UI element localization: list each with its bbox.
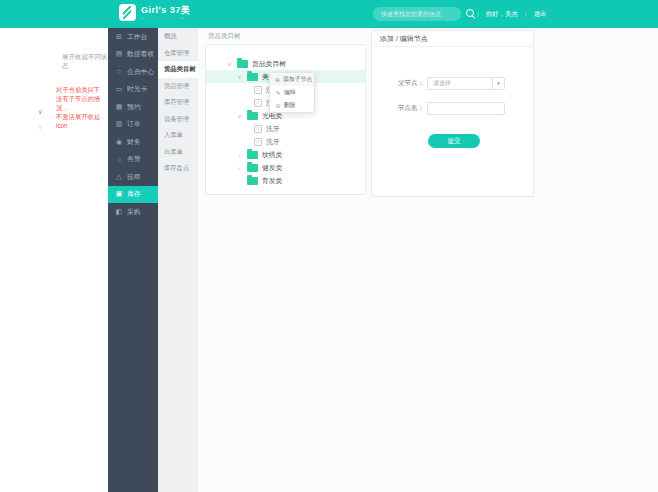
chevron-right-icon[interactable]: › bbox=[236, 165, 243, 171]
sidebar-item-label: 库存 bbox=[127, 189, 141, 199]
submenu-item-warehouse[interactable]: 仓库管理 bbox=[158, 45, 198, 62]
technician-icon: △ bbox=[115, 173, 123, 181]
warning-line: 不激活展开收起icon bbox=[56, 112, 108, 130]
chevron-down-icon[interactable]: ∨ bbox=[236, 74, 243, 80]
sidebar-item-inventory[interactable]: ▣ 库存 bbox=[108, 186, 158, 204]
submenu-item-stock[interactable]: 库存管理 bbox=[158, 94, 198, 111]
submenu-item-stocktake[interactable]: 库存盘点 bbox=[158, 160, 198, 177]
folder-icon bbox=[247, 112, 258, 120]
warning-line: 没有子节点的情况， bbox=[56, 94, 108, 112]
sidebar-item-orders[interactable]: ▥ 订单 bbox=[108, 116, 158, 134]
dashboard-icon: ▤ bbox=[115, 50, 123, 58]
card-icon: ▭ bbox=[115, 85, 123, 93]
tree-node-root[interactable]: ∨ 货品类目树 bbox=[206, 57, 365, 70]
sidebar-item-purchase[interactable]: ◧ 采购 bbox=[108, 203, 158, 221]
sidebar-item-members[interactable]: ☆ 会员中心 bbox=[108, 63, 158, 81]
node-name-row: 节点名： bbox=[372, 102, 505, 115]
member-icon: ☆ bbox=[115, 68, 123, 76]
panel-title: 添加 / 编辑节点 bbox=[372, 31, 533, 47]
delete-icon: ⊖ bbox=[275, 102, 281, 109]
sidebar-item-timecard[interactable]: ▭ 时光卡 bbox=[108, 81, 158, 99]
submit-button[interactable]: 提交 bbox=[428, 134, 480, 148]
context-menu-label: 删除 bbox=[284, 101, 296, 110]
folder-icon bbox=[247, 73, 258, 81]
workbench-icon: ⊞ bbox=[115, 33, 123, 41]
logo-icon bbox=[119, 4, 136, 21]
folder-icon bbox=[237, 60, 248, 68]
search-input[interactable] bbox=[373, 7, 461, 21]
submenu-item-equipment[interactable]: 设备管理 bbox=[158, 111, 198, 128]
tree-node-label: 货品类目树 bbox=[252, 59, 286, 69]
tree-node-label: 育发类 bbox=[262, 176, 282, 186]
tree-leaf[interactable]: 洗牙 bbox=[206, 135, 365, 148]
sidebar-item-booking[interactable]: ▦ 预约 bbox=[108, 98, 158, 116]
tree-node-label: 纹绣类 bbox=[262, 150, 282, 160]
context-menu-delete[interactable]: ⊖ 删除 bbox=[270, 99, 314, 112]
chevron-down-icon[interactable]: ∨ bbox=[236, 113, 243, 119]
node-name-label: 节点名： bbox=[372, 104, 424, 113]
add-icon: ⊕ bbox=[275, 76, 280, 83]
context-menu-add-child[interactable]: ⊕ 添加子节点 bbox=[270, 73, 314, 86]
sidebar-item-label: 技师 bbox=[127, 172, 141, 182]
sidebar-item-label: 数据看板 bbox=[127, 49, 154, 59]
edit-icon: ✎ bbox=[275, 89, 281, 96]
sidebar-item-youzan[interactable]: ○ 有赞 bbox=[108, 151, 158, 169]
folder-icon bbox=[247, 151, 258, 159]
logout-link[interactable]: 退出 bbox=[534, 10, 547, 19]
sidebar-item-label: 订单 bbox=[127, 119, 141, 129]
sidebar-item-label: 预约 bbox=[127, 102, 141, 112]
sidebar-item-workbench[interactable]: ⊞ 工作台 bbox=[108, 28, 158, 46]
add-edit-node-panel: 添加 / 编辑节点 父节点： 请选择 ▼ 节点名： 提交 bbox=[371, 30, 534, 197]
folder-icon bbox=[247, 177, 258, 185]
annotation-title: 展开收起不同状态 bbox=[62, 53, 108, 71]
submenu-item-goods[interactable]: 货品管理 bbox=[158, 78, 198, 95]
caret-inactive-icon: ∨ bbox=[38, 123, 42, 130]
context-menu-label: 添加子节点 bbox=[283, 75, 312, 84]
main-sidebar: ⊞ 工作台 ▤ 数据看板 ☆ 会员中心 ▭ 时光卡 ▦ 预约 ▥ 订单 ◉ 财务… bbox=[108, 28, 158, 492]
parent-node-select[interactable]: 请选择 ▼ bbox=[427, 77, 505, 90]
divider: | bbox=[525, 11, 527, 17]
chevron-down-icon[interactable]: ▼ bbox=[492, 78, 504, 89]
select-placeholder: 请选择 bbox=[428, 79, 492, 88]
caret-expanded-icon: ∨ bbox=[38, 108, 42, 115]
submenu-item-outbound[interactable]: 出库单 bbox=[158, 144, 198, 161]
tree-node-haircare[interactable]: › 健发类 bbox=[206, 161, 365, 174]
sidebar-item-technician[interactable]: △ 技师 bbox=[108, 168, 158, 186]
parent-node-label: 父节点： bbox=[372, 79, 424, 88]
submenu-item-overview[interactable]: 概况 bbox=[158, 28, 198, 45]
category-tree: ∨ 货品类目树 ∨ 美甲类 洗牙 洗牙 ∨ 光电类 bbox=[206, 45, 365, 187]
inventory-submenu: 概况 仓库管理 货品类目树 货品管理 库存管理 设备管理 入库单 出库单 库存盘… bbox=[158, 28, 198, 492]
item-icon bbox=[254, 125, 262, 133]
submenu-item-category-tree[interactable]: 货品类目树 bbox=[158, 61, 198, 78]
tree-node-hairgrowth[interactable]: 育发类 bbox=[206, 174, 365, 187]
youzan-icon: ○ bbox=[115, 156, 123, 163]
chevron-right-icon[interactable]: › bbox=[236, 152, 243, 158]
sidebar-item-label: 采购 bbox=[127, 207, 141, 217]
sidebar-item-label: 有赞 bbox=[127, 154, 141, 164]
category-tree-panel: ∨ 货品类目树 ∨ 美甲类 洗牙 洗牙 ∨ 光电类 bbox=[205, 44, 366, 195]
user-greeting[interactable]: 你好，美杰 bbox=[486, 10, 519, 19]
header-user-area: | 你好，美杰 | 退出 bbox=[477, 0, 547, 28]
folder-icon bbox=[247, 164, 258, 172]
sidebar-item-label: 财务 bbox=[127, 137, 141, 147]
sidebar-item-finance[interactable]: ◉ 财务 bbox=[108, 133, 158, 151]
search-icon[interactable] bbox=[466, 9, 476, 19]
submenu-item-inbound[interactable]: 入库单 bbox=[158, 127, 198, 144]
tree-context-menu: ⊕ 添加子节点 ✎ 编辑 ⊖ 删除 bbox=[269, 72, 315, 113]
node-name-input[interactable] bbox=[427, 102, 505, 115]
tree-leaf[interactable]: 洗牙 bbox=[206, 122, 365, 135]
tree-node-tattoo[interactable]: › 纹绣类 bbox=[206, 148, 365, 161]
logo: Girl's 37美 — · · · · · · · — bbox=[119, 4, 190, 21]
context-menu-edit[interactable]: ✎ 编辑 bbox=[270, 86, 314, 99]
tree-node-label: 健发类 bbox=[262, 163, 282, 173]
item-icon bbox=[254, 138, 262, 146]
chevron-down-icon[interactable]: ∨ bbox=[226, 61, 233, 67]
sidebar-item-dashboard[interactable]: ▤ 数据看板 bbox=[108, 46, 158, 64]
design-annotation-gutter: 展开收起不同状态 ∨ ∨ 对于当前类目下 没有子节点的情况， 不激活展开收起ic… bbox=[0, 28, 108, 492]
item-icon bbox=[254, 86, 262, 94]
caret-state-samples: ∨ ∨ bbox=[38, 108, 42, 130]
item-icon bbox=[254, 99, 262, 107]
sidebar-item-label: 时光卡 bbox=[127, 84, 147, 94]
calendar-icon: ▦ bbox=[115, 103, 123, 111]
context-menu-label: 编辑 bbox=[284, 88, 296, 97]
